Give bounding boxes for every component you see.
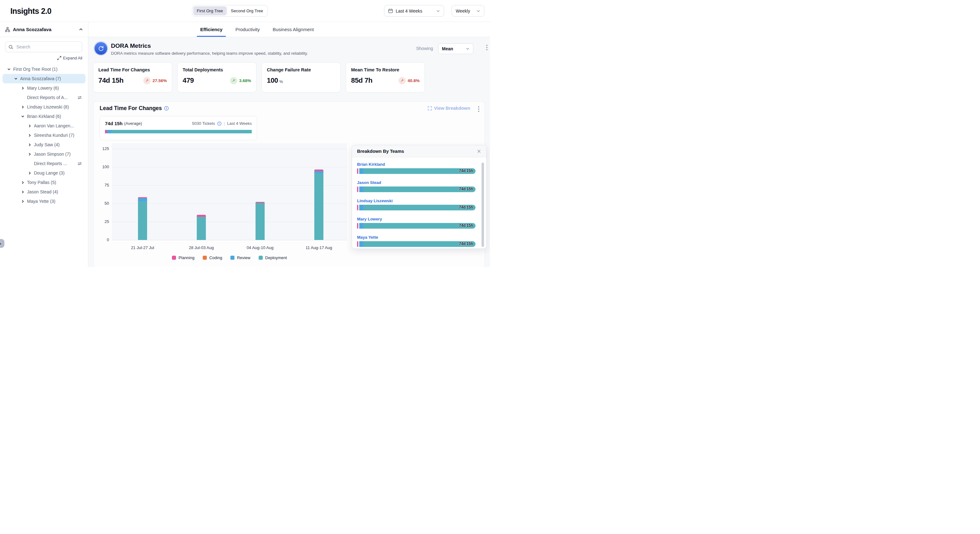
breakdown-team-link[interactable]: Mary Lowery xyxy=(357,217,476,222)
tree-item-anna-scozzafava-7[interactable]: Anna Scozzafava (7) xyxy=(3,74,86,83)
breakdown-bar: 74d 15h xyxy=(357,205,476,210)
tree-item-label: Mary Lowery (6) xyxy=(27,86,59,91)
sidebar-collapse-handle[interactable]: ▶ xyxy=(0,239,5,248)
delta-value: 27.56% xyxy=(153,78,167,83)
toggle-first-org-tree[interactable]: First Org Tree xyxy=(193,6,226,15)
chevron-right-icon[interactable] xyxy=(20,104,25,110)
y-axis-tick-label: 25 xyxy=(93,219,109,225)
trend-up-arrow-icon: ↗ xyxy=(230,77,237,84)
average-period: Last 4 Weeks xyxy=(227,121,252,126)
tab-efficiency[interactable]: Efficiency xyxy=(200,22,223,37)
breakdown-row-brian-kirkland: Brian Kirkland74d 15h xyxy=(357,162,476,174)
info-icon[interactable] xyxy=(217,121,221,126)
breakdown-team-link[interactable]: Maya Yette xyxy=(357,235,476,240)
delta-value: 3.68% xyxy=(239,78,251,83)
tab-business-alignment[interactable]: Business Alignment xyxy=(272,22,314,37)
gridline xyxy=(112,149,347,149)
view-breakdown-label: View Breakdown xyxy=(434,106,470,111)
legend-label: Review xyxy=(237,255,250,260)
legend-item-planning[interactable]: Planning xyxy=(172,255,194,260)
chevron-right-icon[interactable] xyxy=(27,133,32,138)
view-breakdown-button[interactable]: View Breakdown xyxy=(428,106,470,111)
tree-item-jason-simpson-7[interactable]: Jason Simpson (7) xyxy=(3,149,86,159)
sidebar-user-name: Anna Scozzafava xyxy=(13,27,51,32)
tree-item-label: Doug Lange (3) xyxy=(34,171,64,175)
tab-productivity[interactable]: Productivity xyxy=(235,22,261,37)
chevron-right-icon[interactable] xyxy=(20,199,25,204)
filter-settings-icon[interactable] xyxy=(78,162,82,166)
tree-item-first-org-tree-root-1[interactable]: First Org Tree Root (1) xyxy=(3,64,86,74)
bar-segment-planning xyxy=(197,215,206,217)
chevron-right-icon[interactable] xyxy=(27,151,32,156)
chevron-right-icon[interactable] xyxy=(27,142,32,147)
tree-item-label: Brian Kirkland (6) xyxy=(27,114,61,119)
stacked-bar-04-aug-10-aug[interactable] xyxy=(256,202,265,240)
metric-card-lead-time-for-changes: Lead Time For Changes74d 15h↗27.56% xyxy=(93,62,172,92)
chevron-spacer xyxy=(27,161,32,166)
breakdown-team-link[interactable]: Brian Kirkland xyxy=(357,162,476,167)
chevron-right-icon[interactable] xyxy=(27,123,32,128)
tree-item-jason-stead-4[interactable]: Jason Stead (4) xyxy=(3,187,86,196)
metric-card-title: Total Deployments xyxy=(183,67,251,72)
bar-segment-planning xyxy=(357,241,358,247)
tree-item-aaron-van-langen[interactable]: Aaron Van Langen... xyxy=(3,121,86,131)
chevron-right-icon[interactable] xyxy=(20,180,25,185)
metric-card-change-failure-rate: Change Failure Rate100% xyxy=(261,62,341,92)
chevron-down-icon[interactable] xyxy=(6,67,11,72)
chart-legend: PlanningCodingReviewDeployment xyxy=(112,255,347,260)
legend-item-deployment[interactable]: Deployment xyxy=(259,255,287,260)
chevron-down-icon[interactable] xyxy=(13,76,18,81)
chevron-right-icon[interactable] xyxy=(20,86,25,91)
cycle-icon xyxy=(95,42,107,55)
tree-item-mary-lowery-6[interactable]: Mary Lowery (6) xyxy=(3,83,86,93)
breakdown-row-lindsay-liszewski: Lindsay Liszewski74d 15h xyxy=(357,198,476,210)
bar-segment-deployment xyxy=(314,173,323,240)
chart-y-axis: 0255075100125 xyxy=(93,143,109,240)
tree-item-maya-yette-3[interactable]: Maya Yette (3) xyxy=(3,196,86,206)
tree-item-direct-reports[interactable]: Direct Reports ... xyxy=(3,159,86,168)
dora-menu-kebab-icon[interactable] xyxy=(485,44,488,51)
stacked-bar-11-aug-17-aug[interactable] xyxy=(314,169,323,240)
chevron-down-icon[interactable] xyxy=(20,114,25,119)
date-range-dropdown[interactable]: Last 4 Weeks xyxy=(384,5,444,17)
delta-badge: ↗3.68% xyxy=(230,77,251,84)
tree-item-direct-reports-of-a[interactable]: Direct Reports of A... xyxy=(3,93,86,102)
stacked-bar-21-jul-27-jul[interactable] xyxy=(138,197,147,240)
tree-item-judy-saw-4[interactable]: Judy Saw (4) xyxy=(3,140,86,149)
search-input[interactable] xyxy=(16,44,79,50)
breakdown-value: 74d 15h xyxy=(459,223,473,228)
app-title: Insights 2.0 xyxy=(10,6,51,15)
legend-item-coding[interactable]: Coding xyxy=(203,255,222,260)
expand-corners-icon xyxy=(428,106,432,110)
chevron-right-icon[interactable] xyxy=(27,171,32,175)
scrollbar-thumb[interactable] xyxy=(482,163,484,247)
lead-time-menu-kebab-icon[interactable] xyxy=(477,105,480,113)
tree-item-brian-kirkland-6[interactable]: Brian Kirkland (6) xyxy=(3,112,86,121)
calendar-icon xyxy=(388,8,393,13)
sidebar: Anna Scozzafava Expand All First Org Tre… xyxy=(0,22,88,267)
tree-item-tony-pallas-5[interactable]: Tony Pallas (5) xyxy=(3,178,86,187)
showing-dropdown[interactable]: Mean xyxy=(438,43,473,54)
granularity-dropdown[interactable]: Weekly xyxy=(452,5,484,17)
stacked-bar-28-jul-03-aug[interactable] xyxy=(197,215,206,240)
tree-item-label: Sireesha Kunduri (7) xyxy=(34,133,74,138)
sidebar-header: Anna Scozzafava xyxy=(0,22,88,37)
org-tree: First Org Tree Root (1)Anna Scozzafava (… xyxy=(0,64,88,267)
bar-segment-review xyxy=(359,223,363,229)
breakdown-team-link[interactable]: Jason Stead xyxy=(357,180,476,185)
legend-swatch xyxy=(203,256,207,260)
legend-item-review[interactable]: Review xyxy=(231,255,250,260)
toggle-second-org-tree[interactable]: Second Org Tree xyxy=(227,6,267,15)
chevron-up-icon[interactable] xyxy=(79,27,83,32)
info-icon[interactable] xyxy=(164,106,169,111)
tree-item-doug-lange-3[interactable]: Doug Lange (3) xyxy=(3,168,86,178)
tree-item-lindsay-liszewski-8[interactable]: Lindsay Liszewski (8) xyxy=(3,102,86,112)
filter-settings-icon[interactable] xyxy=(78,96,82,100)
close-icon[interactable] xyxy=(477,149,481,153)
tree-item-sireesha-kunduri-7[interactable]: Sireesha Kunduri (7) xyxy=(3,131,86,140)
breakdown-team-link[interactable]: Lindsay Liszewski xyxy=(357,198,476,203)
chevron-right-icon[interactable] xyxy=(20,189,25,194)
expand-all-button[interactable]: Expand All xyxy=(57,56,82,61)
chevron-down-icon xyxy=(436,9,440,13)
breakdown-row-jason-stead: Jason Stead74d 15h xyxy=(357,180,476,192)
